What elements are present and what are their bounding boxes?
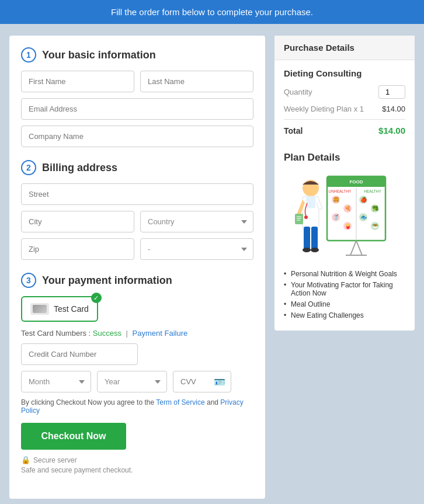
street-row: [21, 183, 253, 205]
section2-header: 2 Billing address: [21, 160, 253, 175]
right-panel: Purchase Details Dieting Consulting Quan…: [274, 36, 415, 331]
svg-text:🍔: 🍔: [333, 196, 340, 203]
section3-number: 3: [21, 273, 36, 288]
email-input[interactable]: [21, 98, 253, 120]
purchase-header: Purchase Details: [274, 36, 415, 60]
qty-row: Quantity: [284, 85, 405, 99]
svg-text:🐟: 🐟: [360, 214, 367, 221]
purchase-body: Dieting Consulting Quantity Weekly Dieti…: [274, 60, 415, 144]
svg-point-32: [304, 215, 308, 219]
zip-state-row: -: [21, 238, 253, 260]
terms-before: By clicking Checkout Now you agree to th…: [21, 398, 154, 406]
street-input[interactable]: [21, 183, 253, 205]
cvv-container: 🪪: [173, 371, 231, 392]
top-banner: Fill the order form below to complete yo…: [0, 0, 424, 24]
section-payment: 3 Your payment information Test Card ✓ T…: [21, 273, 253, 474]
test-card-label: Test Card Numbers :: [21, 329, 91, 338]
country-select[interactable]: Country: [140, 211, 253, 232]
weekly-price: $14.00: [382, 105, 405, 113]
cvv-card-icon: 🪪: [214, 376, 225, 387]
weekly-label: Weekly Dieting Plan x 1: [284, 105, 364, 113]
terms-link1[interactable]: Term of Service: [156, 398, 204, 406]
plan-features-list: Personal Nutrition & Weight GoalsYour Mo…: [284, 270, 405, 319]
qty-input[interactable]: [378, 85, 405, 99]
svg-text:🥦: 🥦: [372, 205, 379, 212]
plan-details-section: Plan Details FOOD UNHEALTHY HEALTHY: [274, 144, 415, 331]
section2-number: 2: [21, 160, 36, 175]
svg-text:🍎: 🍎: [360, 196, 367, 203]
svg-point-30: [303, 248, 311, 252]
total-value: $14.00: [378, 126, 405, 135]
secure-info: 🔒 Secure server: [21, 456, 253, 464]
total-label: Total: [284, 126, 303, 135]
food-illustration: FOOD UNHEALTHY HEALTHY 🍔 🍕 🥤: [292, 171, 397, 264]
section1-header: 1 Your basic information: [21, 47, 253, 62]
plan-details-title: Plan Details: [284, 152, 405, 164]
section1-number: 1: [21, 47, 36, 62]
svg-line-23: [356, 241, 362, 255]
last-name-input[interactable]: [140, 71, 253, 92]
svg-text:HEALTHY: HEALTHY: [364, 189, 381, 193]
company-row: [21, 126, 253, 147]
card-label: Test Card: [54, 304, 89, 314]
svg-rect-27: [306, 196, 315, 208]
test-card-failure-link[interactable]: Payment Failure: [133, 329, 188, 338]
lock-icon: 🔒: [21, 456, 30, 464]
plan-feature-item: Personal Nutrition & Weight Goals: [284, 270, 405, 278]
section-basic-info: 1 Your basic information: [21, 47, 253, 147]
city-input[interactable]: [21, 211, 134, 232]
svg-text:🍕: 🍕: [345, 205, 352, 212]
test-card-success-link[interactable]: Success: [93, 329, 121, 338]
svg-text:🥤: 🥤: [333, 214, 340, 221]
svg-text:UNHEALTHY: UNHEALTHY: [329, 189, 352, 193]
plan-feature-item: Meal Outline: [284, 300, 405, 308]
svg-rect-33: [295, 214, 303, 224]
weekly-row: Weekly Dieting Plan x 1 $14.00: [284, 105, 405, 113]
svg-line-22: [350, 241, 356, 255]
card-icon-inner: [33, 305, 47, 313]
card-icon: [30, 303, 49, 315]
pipe-separator: |: [126, 329, 128, 338]
company-input[interactable]: [21, 126, 253, 147]
left-panel: 1 Your basic information 2 Billi: [9, 36, 265, 499]
section3-title: Your payment information: [42, 274, 172, 287]
svg-text:🍟: 🍟: [345, 223, 352, 230]
secure-label: Secure server: [33, 456, 77, 464]
cc-number-input[interactable]: [21, 343, 138, 365]
safe-text: Safe and secure payment checkout.: [21, 466, 253, 474]
svg-rect-29: [311, 227, 318, 250]
year-select[interactable]: Year 202420252026 202720282029: [97, 371, 167, 392]
test-card-info: Test Card Numbers : Success | Payment Fa…: [21, 329, 253, 338]
state-select[interactable]: -: [140, 238, 253, 260]
product-name: Dieting Consulting: [284, 68, 405, 78]
svg-point-31: [311, 248, 319, 252]
svg-rect-28: [304, 227, 310, 250]
qty-label: Quantity: [284, 88, 312, 96]
city-country-row: Country: [21, 211, 253, 232]
terms-text: By clicking Checkout Now you agree to th…: [21, 398, 253, 415]
plan-feature-item: Your Motivating Factor for Taking Action…: [284, 281, 405, 297]
section1-title: Your basic information: [42, 49, 156, 61]
section-billing: 2 Billing address Country -: [21, 160, 253, 260]
terms-middle: and: [207, 398, 220, 406]
cc-row: [21, 343, 253, 365]
name-row: [21, 71, 253, 92]
checkout-button[interactable]: Checkout Now: [21, 423, 126, 450]
expiry-cvv-row: Month 010203 040506 070809 101112 Year 2…: [21, 371, 253, 392]
svg-text:FOOD: FOOD: [349, 179, 363, 185]
zip-input[interactable]: [21, 238, 134, 260]
total-row: Total $14.00: [284, 119, 405, 135]
illustration-container: FOOD UNHEALTHY HEALTHY 🍔 🍕 🥤: [284, 171, 405, 264]
section2-title: Billing address: [42, 162, 117, 174]
first-name-input[interactable]: [21, 71, 134, 92]
email-row: [21, 98, 253, 120]
card-checkmark-icon: ✓: [91, 293, 102, 303]
card-option[interactable]: Test Card ✓: [21, 296, 98, 322]
section3-header: 3 Your payment information: [21, 273, 253, 288]
svg-text:🥗: 🥗: [372, 223, 379, 230]
plan-feature-item: New Eating Challenges: [284, 311, 405, 319]
banner-text: Fill the order form below to complete yo…: [111, 7, 313, 17]
month-select[interactable]: Month 010203 040506 070809 101112: [21, 371, 91, 392]
